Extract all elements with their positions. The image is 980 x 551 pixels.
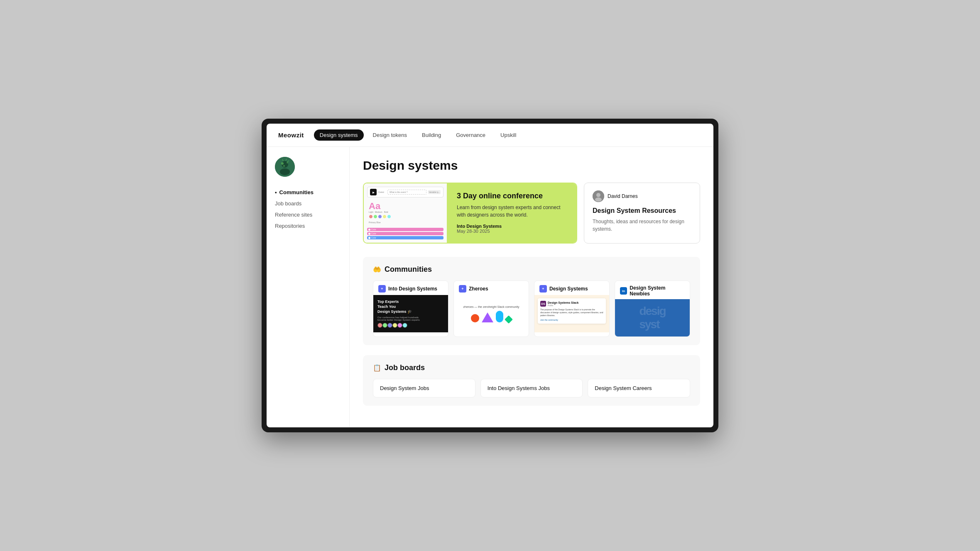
- sidebar-item-label: Repositories: [275, 223, 305, 229]
- slack-description: The purpose of the Design Systems Slack …: [540, 308, 603, 317]
- mock-logo: ▶: [370, 189, 377, 195]
- slack-card-header: DS Design Systems Slack Public: [540, 301, 603, 307]
- mock-color-rows: Color Color Color: [367, 228, 443, 239]
- community-card-image-3: DS Design Systems Slack Public The purpo…: [534, 295, 609, 332]
- communities-section: 🤲 Communities + Into Design Systems: [363, 257, 700, 345]
- job-card-2[interactable]: Into Design Systems Jobs: [480, 379, 583, 397]
- community-card-tagline: zheroes — the zeroheight Slack community: [463, 305, 519, 309]
- job-cards-row: Design System Jobs Into Design Systems J…: [373, 379, 690, 397]
- featured-main-content: 3 Day online conference Learn from desig…: [447, 183, 576, 243]
- slack-title: Design Systems Slack: [548, 301, 578, 304]
- topnav: Meowzit Design systems Design tokens Bui…: [267, 124, 713, 147]
- community-card-header: + Into Design Systems: [373, 281, 448, 295]
- sidebar-item-repositories[interactable]: Repositories: [275, 220, 341, 232]
- community-card-name: Into Design Systems: [388, 286, 437, 292]
- nav-design-tokens[interactable]: Design tokens: [367, 129, 413, 141]
- slack-card: DS Design Systems Slack Public The purpo…: [538, 298, 606, 324]
- featured-side-author: David Darnes: [593, 190, 691, 202]
- featured-main-image: ▶ Geist What is this event ? Variable ty…: [364, 183, 447, 243]
- sidebar-item-communities[interactable]: Communities: [275, 187, 341, 198]
- community-card-header-3: + Design Systems: [534, 281, 609, 295]
- community-icon-slack-2: +: [459, 285, 466, 293]
- svg-point-3: [281, 162, 284, 165]
- mock-aa-text: Aa: [369, 202, 442, 211]
- svg-point-10: [596, 193, 600, 197]
- community-card-name-3: Design Systems: [549, 286, 588, 292]
- community-card-desc-1: Our conference has helped hundredsbecome…: [377, 316, 444, 321]
- community-card-image-4: desigsyst: [615, 299, 690, 336]
- community-card-image-1: Top ExpertsTeach YouDesign Systems 🎓 Our…: [373, 295, 448, 332]
- sidebar-item-label: Reference sites: [275, 212, 312, 218]
- mock-faces: [369, 215, 442, 219]
- communities-title: Communities: [385, 265, 432, 274]
- featured-side-title: Design System Resources: [593, 207, 691, 215]
- community-card-newbies[interactable]: in Design System Newbies desigsyst: [615, 280, 690, 337]
- community-card-name-4: Design System Newbies: [630, 285, 685, 297]
- sidebar-item-reference-sites[interactable]: Reference sites: [275, 209, 341, 220]
- community-card-name-2: Zheroes: [469, 286, 488, 292]
- community-card-header-2: + Zheroes: [454, 281, 529, 295]
- sidebar: Communities Job boards Reference sites R…: [267, 147, 350, 427]
- slack-logo: DS: [540, 301, 546, 307]
- featured-side-card[interactable]: David Darnes Design System Resources Tho…: [584, 183, 700, 244]
- sidebar-item-label: Job boards: [275, 200, 301, 207]
- nav-governance[interactable]: Governance: [450, 129, 491, 141]
- community-card-faces: [377, 323, 444, 328]
- mock-type-sizes: LightMediumBold: [369, 211, 442, 213]
- slack-cta[interactable]: Join the community: [540, 319, 603, 321]
- job-card-3[interactable]: Design System Careers: [588, 379, 690, 397]
- communities-header: 🤲 Communities: [373, 265, 690, 274]
- communities-icon: 🤲: [373, 266, 381, 273]
- author-name: David Darnes: [608, 193, 638, 199]
- communities-cards-row: + Into Design Systems Top ExpertsTeach Y…: [373, 280, 690, 337]
- screen: Meowzit Design systems Design tokens Bui…: [267, 124, 713, 427]
- content-area: Design systems ▶ Geist What is this even…: [350, 147, 713, 427]
- community-card-into-design-systems[interactable]: + Into Design Systems Top ExpertsTeach Y…: [373, 280, 448, 337]
- community-card-image-2: zheroes — the zeroheight Slack community: [454, 295, 529, 332]
- main-layout: Communities Job boards Reference sites R…: [267, 147, 713, 427]
- slack-logo-text: DS: [541, 302, 545, 305]
- page-title: Design systems: [363, 158, 700, 173]
- community-card-design-systems[interactable]: + Design Systems DS: [534, 280, 610, 337]
- slack-sub: Public: [548, 304, 578, 307]
- avatar: [275, 157, 295, 177]
- featured-row: ▶ Geist What is this event ? Variable ty…: [363, 183, 700, 244]
- featured-main-description: Learn from design system experts and con…: [457, 204, 566, 219]
- community-icon-slack: +: [378, 285, 386, 293]
- monitor: Meowzit Design systems Design tokens Bui…: [262, 119, 718, 432]
- job-boards-section: 📋 Job boards Design System Jobs Into Des…: [363, 355, 700, 406]
- svg-point-2: [280, 168, 290, 175]
- nav-building[interactable]: Building: [416, 129, 447, 141]
- featured-main-date: May 28-30 2025: [457, 229, 566, 234]
- svg-point-5: [283, 165, 285, 167]
- svg-point-4: [287, 162, 288, 163]
- community-icon-linkedin: in: [620, 287, 627, 295]
- sidebar-item-label: Communities: [279, 189, 314, 195]
- featured-main-source: Into Design Systems: [457, 224, 566, 229]
- featured-side-description: Thoughts, ideas and resources for design…: [593, 218, 691, 233]
- community-card-title-1: Top ExpertsTeach YouDesign Systems 🎓: [377, 300, 444, 314]
- community-card-shapes: zheroes — the zeroheight Slack community: [463, 305, 519, 322]
- nav-upskill[interactable]: Upskill: [495, 129, 522, 141]
- job-card-1[interactable]: Design System Jobs: [373, 379, 475, 397]
- community-card-text-4: desigsyst: [637, 303, 667, 333]
- author-avatar: [593, 190, 604, 202]
- community-card-header-4: in Design System Newbies: [615, 281, 690, 299]
- job-boards-header: 📋 Job boards: [373, 363, 690, 372]
- nav-design-systems[interactable]: Design systems: [314, 129, 364, 141]
- featured-main-card[interactable]: ▶ Geist What is this event ? Variable ty…: [363, 183, 577, 244]
- logo: Meowzit: [278, 132, 304, 139]
- sidebar-item-job-boards[interactable]: Job boards: [275, 198, 341, 209]
- community-icon-slack-3: +: [539, 285, 547, 293]
- job-boards-title: Job boards: [385, 363, 425, 372]
- slack-card-info: Design Systems Slack Public: [548, 301, 578, 307]
- featured-main-badge: 3 Day online conference: [457, 192, 566, 200]
- job-boards-icon: 📋: [373, 364, 381, 372]
- community-card-zheroes[interactable]: + Zheroes zheroes — the zeroheight Slack…: [453, 280, 529, 337]
- svg-point-11: [595, 197, 602, 202]
